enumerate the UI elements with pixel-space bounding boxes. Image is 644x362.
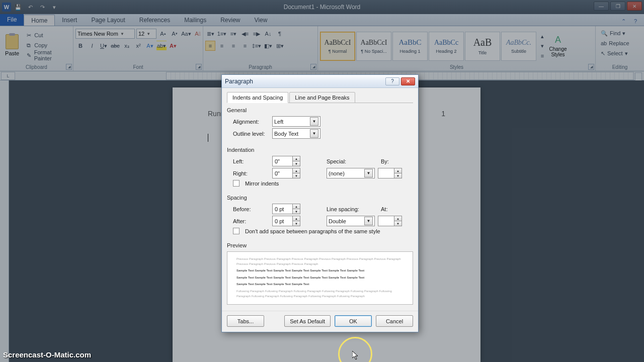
font-name-value: Times New Rom bbox=[77, 31, 118, 37]
italic-button[interactable]: I bbox=[87, 41, 97, 51]
clipboard-launcher-icon[interactable]: ◢ bbox=[66, 64, 72, 70]
cut-button[interactable]: ✂Cut bbox=[23, 30, 71, 40]
styles-launcher-icon[interactable]: ◢ bbox=[588, 64, 594, 70]
tabs-button[interactable]: Tabs... bbox=[227, 315, 264, 327]
indent-left-spinner[interactable]: 0"▲▼ bbox=[272, 156, 300, 166]
tab-references[interactable]: References bbox=[132, 15, 177, 26]
help-icon[interactable]: ? bbox=[631, 17, 640, 26]
font-size-combo[interactable]: 12▼ bbox=[136, 29, 156, 39]
shading-icon[interactable]: ◧▾ bbox=[263, 41, 273, 51]
by-spinner[interactable]: ▲▼ bbox=[378, 168, 402, 178]
scissors-icon: ✂ bbox=[25, 32, 32, 39]
line-spacing-icon[interactable]: ‡≡▾ bbox=[252, 41, 262, 51]
select-button[interactable]: ↖Select ▾ bbox=[598, 48, 631, 58]
minimize-button[interactable]: — bbox=[594, 2, 609, 11]
spacing-before-spinner[interactable]: 0 pt▲▼ bbox=[272, 204, 300, 214]
ok-button[interactable]: OK bbox=[335, 315, 372, 327]
brush-icon: ✎ bbox=[25, 52, 32, 59]
change-styles-label: Change Styles bbox=[546, 46, 570, 57]
dialog-tabstrip: Indents and Spacing Line and Page Breaks bbox=[227, 92, 413, 103]
preview-sample-text: Sample Text Sample Text Sample Text Samp… bbox=[236, 282, 404, 287]
redo-icon[interactable]: ↷ bbox=[37, 3, 47, 12]
cancel-button[interactable]: Cancel bbox=[376, 315, 413, 327]
indent-left-value: 0" bbox=[275, 158, 280, 164]
decrease-indent-icon[interactable]: ◀≡ bbox=[240, 29, 250, 39]
font-name-combo[interactable]: Times New Rom▼ bbox=[75, 29, 135, 39]
paste-button[interactable]: Paste bbox=[2, 29, 22, 62]
dialog-titlebar[interactable]: Paragraph ? ✕ bbox=[222, 75, 418, 88]
font-color-icon[interactable]: A▾ bbox=[168, 41, 178, 51]
subscript-button[interactable]: x₂ bbox=[122, 41, 132, 51]
tab-indents-spacing[interactable]: Indents and Spacing bbox=[227, 92, 288, 103]
align-center-button[interactable]: ≡ bbox=[217, 41, 227, 51]
dialog-close-button[interactable]: ✕ bbox=[401, 77, 415, 85]
tab-file[interactable]: File bbox=[0, 14, 24, 26]
set-as-default-button[interactable]: Set As Default bbox=[284, 315, 331, 327]
style-subtitle[interactable]: AaBbCc.Subtitle bbox=[501, 32, 536, 61]
tab-view[interactable]: View bbox=[248, 15, 275, 26]
style-title[interactable]: AaBTitle bbox=[465, 32, 500, 61]
save-icon[interactable]: 💾 bbox=[13, 3, 23, 12]
style-heading-2[interactable]: AaBbCcHeading 2 bbox=[429, 32, 464, 61]
word-icon[interactable]: W bbox=[2, 3, 11, 12]
style-label: Title bbox=[478, 50, 487, 55]
spacing-after-label: After: bbox=[233, 218, 269, 224]
dialog-help-button[interactable]: ? bbox=[385, 77, 399, 85]
borders-icon[interactable]: ⊞▾ bbox=[275, 41, 285, 51]
change-case-icon[interactable]: Aa▾ bbox=[181, 29, 191, 39]
at-spinner[interactable]: ▲▼ bbox=[378, 216, 402, 226]
bullets-icon[interactable]: ≣▾ bbox=[205, 29, 215, 39]
tab-selector[interactable]: L bbox=[1, 72, 15, 80]
qat-customize-icon[interactable]: ▾ bbox=[49, 3, 59, 12]
multilevel-list-icon[interactable]: ≡▾ bbox=[228, 29, 238, 39]
tab-review[interactable]: Review bbox=[213, 15, 247, 26]
highlight-icon[interactable]: ab▾ bbox=[156, 41, 167, 51]
numbering-icon[interactable]: 1≡▾ bbox=[217, 29, 227, 39]
tab-home[interactable]: Home bbox=[24, 15, 55, 26]
alignment-combo[interactable]: Left▼ bbox=[272, 116, 320, 127]
style-label: Heading 1 bbox=[399, 49, 420, 54]
font-launcher-icon[interactable]: ◢ bbox=[196, 64, 202, 70]
indent-right-spinner[interactable]: 0"▲▼ bbox=[272, 168, 300, 178]
special-combo[interactable]: (none)▼ bbox=[327, 168, 375, 178]
paragraph-launcher-icon[interactable]: ◢ bbox=[310, 64, 316, 70]
group-font: Times New Rom▼ 12▼ A▴ A▾ Aa▾ A⃠ B I U▾ a… bbox=[73, 26, 203, 71]
replace-button[interactable]: abReplace bbox=[598, 38, 632, 48]
underline-button[interactable]: U▾ bbox=[99, 41, 109, 51]
align-left-button[interactable]: ≡ bbox=[205, 41, 215, 51]
grow-font-icon[interactable]: A▴ bbox=[158, 29, 168, 39]
increase-indent-icon[interactable]: ≡▶ bbox=[252, 29, 262, 39]
tab-mailings[interactable]: Mailings bbox=[177, 15, 213, 26]
maximize-button[interactable]: ❐ bbox=[610, 2, 625, 11]
show-marks-icon[interactable]: ¶ bbox=[275, 29, 285, 39]
copy-button[interactable]: ⧉Copy bbox=[23, 40, 71, 50]
dont-add-space-checkbox[interactable] bbox=[233, 228, 239, 234]
outline-level-combo[interactable]: Body Text▼ bbox=[272, 128, 320, 139]
spacing-after-spinner[interactable]: 0 pt▲▼ bbox=[272, 216, 300, 226]
justify-button[interactable]: ≡ bbox=[240, 41, 250, 51]
bold-button[interactable]: B bbox=[75, 41, 86, 51]
change-styles-button[interactable]: A Change Styles bbox=[545, 30, 571, 63]
style-normal[interactable]: AaBbCcI¶ Normal bbox=[320, 32, 355, 61]
mirror-indents-checkbox[interactable] bbox=[233, 180, 239, 187]
close-button[interactable]: ✕ bbox=[627, 2, 642, 11]
tab-page-layout[interactable]: Page Layout bbox=[84, 15, 132, 26]
style-heading-1[interactable]: AaBbCHeading 1 bbox=[392, 32, 428, 61]
undo-icon[interactable]: ↶ bbox=[25, 3, 35, 12]
text-effects-icon[interactable]: A▾ bbox=[145, 41, 155, 51]
line-spacing-combo[interactable]: Double▼ bbox=[327, 216, 375, 226]
superscript-button[interactable]: x² bbox=[133, 41, 143, 51]
style-no-spacing[interactable]: AaBbCcI¶ No Spaci... bbox=[356, 32, 391, 61]
vertical-ruler[interactable] bbox=[0, 80, 9, 362]
minimize-ribbon-icon[interactable]: ⌃ bbox=[619, 17, 628, 26]
tab-insert[interactable]: Insert bbox=[55, 15, 84, 26]
shrink-font-icon[interactable]: A▾ bbox=[170, 29, 180, 39]
preview-sample-text: Sample Text Sample Text Sample Text Samp… bbox=[236, 268, 404, 274]
strikethrough-button[interactable]: abc bbox=[110, 41, 120, 51]
find-button[interactable]: 🔍Find ▾ bbox=[598, 28, 628, 38]
clear-formatting-icon[interactable]: A⃠ bbox=[193, 29, 203, 39]
tab-line-page-breaks[interactable]: Line and Page Breaks bbox=[289, 92, 355, 103]
format-painter-button[interactable]: ✎Format Painter bbox=[23, 50, 71, 60]
align-right-button[interactable]: ≡ bbox=[228, 41, 238, 51]
sort-icon[interactable]: A↓ bbox=[263, 29, 273, 39]
